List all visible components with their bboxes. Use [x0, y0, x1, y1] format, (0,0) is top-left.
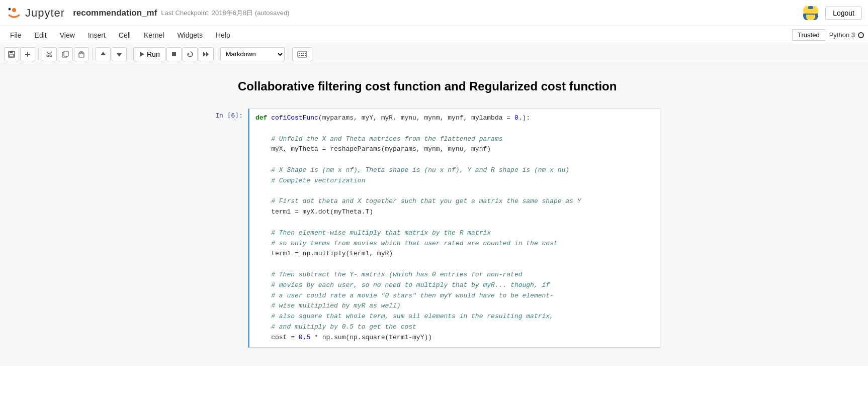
svg-rect-26: [299, 53, 300, 54]
svg-marker-20: [140, 52, 144, 57]
svg-point-9: [47, 55, 49, 57]
add-cell-button[interactable]: [20, 47, 35, 61]
menu-edit[interactable]: Edit: [29, 29, 53, 41]
menu-help[interactable]: Help: [210, 29, 236, 41]
kernel-status-indicator: [858, 32, 864, 38]
menubar: File Edit View Insert Cell Kernel Widget…: [0, 26, 868, 44]
checkpoint-info: Last Checkpoint: 2018年6月8日 (autosaved): [161, 9, 289, 18]
menubar-right: Trusted Python 3: [792, 29, 864, 41]
svg-marker-22: [188, 53, 190, 55]
svg-rect-14: [64, 51, 68, 56]
toolbar-separator-2: [92, 48, 93, 60]
svg-rect-30: [299, 55, 300, 56]
svg-marker-23: [203, 52, 206, 57]
paste-icon: [78, 51, 85, 58]
toolbar-separator-4: [217, 48, 217, 60]
code-content[interactable]: def cofiCostFunc(myparams, myY, myR, myn…: [255, 113, 654, 343]
keyboard-shortcuts-button[interactable]: [292, 47, 312, 61]
svg-rect-6: [10, 54, 14, 57]
move-down-button[interactable]: [112, 47, 127, 61]
kernel-name: Python 3: [829, 31, 855, 39]
code-cell[interactable]: In [6]: def cofiCostFunc(myparams, myY, …: [208, 109, 660, 348]
svg-rect-28: [303, 53, 304, 54]
svg-line-12: [49, 52, 52, 54]
jupyter-logo-icon: [6, 5, 22, 21]
svg-rect-5: [10, 51, 13, 53]
svg-marker-24: [206, 52, 209, 57]
trusted-button[interactable]: Trusted: [792, 29, 825, 41]
restart-icon: [187, 51, 194, 58]
copy-button[interactable]: [58, 47, 73, 61]
save-button[interactable]: [4, 47, 19, 61]
markdown-cell[interactable]: Collaborative filtering cost function an…: [208, 74, 660, 98]
save-icon: [8, 50, 16, 58]
scissors-icon: [46, 51, 53, 58]
topbar: Jupyter recommendation_mf Last Checkpoin…: [0, 0, 868, 26]
svg-point-2: [808, 7, 810, 9]
menu-file[interactable]: File: [4, 29, 28, 41]
cut-button[interactable]: [42, 47, 57, 61]
svg-rect-32: [301, 55, 304, 56]
notebook-content: Collaborative filtering cost function an…: [0, 64, 868, 366]
svg-rect-29: [305, 53, 306, 54]
restart-button[interactable]: [183, 47, 198, 61]
cell-input-area[interactable]: def cofiCostFunc(myparams, myY, myR, myn…: [248, 109, 660, 348]
stop-button[interactable]: [166, 47, 182, 61]
menu-kernel[interactable]: Kernel: [138, 29, 170, 41]
run-label: Run: [147, 50, 160, 58]
svg-point-3: [812, 17, 814, 19]
fast-forward-icon: [203, 51, 210, 57]
topbar-right: Logout: [802, 5, 862, 22]
toolbar-separator-5: [289, 48, 289, 60]
jupyter-brand-text: Jupyter: [25, 7, 65, 20]
svg-rect-25: [298, 51, 307, 57]
restart-run-button[interactable]: [199, 47, 214, 61]
arrow-down-icon: [116, 51, 122, 57]
svg-point-1: [9, 8, 11, 10]
svg-marker-18: [101, 52, 106, 55]
arrow-up-icon: [100, 51, 106, 57]
toolbar-separator-1: [38, 48, 39, 60]
notebook-heading: Collaborative filtering cost function an…: [238, 74, 630, 98]
menu-insert[interactable]: Insert: [82, 29, 112, 41]
logout-button[interactable]: Logout: [825, 7, 862, 20]
plus-icon: [24, 51, 31, 58]
menu-cell[interactable]: Cell: [113, 29, 137, 41]
paste-button[interactable]: [74, 47, 89, 61]
toolbar-separator-3: [130, 48, 130, 60]
svg-point-10: [50, 55, 52, 57]
svg-rect-17: [80, 51, 82, 53]
kernel-info: Python 3: [829, 31, 864, 39]
cell-prompt: In [6]:: [208, 109, 248, 119]
stop-icon: [171, 51, 177, 57]
run-button[interactable]: Run: [133, 47, 165, 61]
svg-rect-27: [301, 53, 302, 54]
run-icon: [139, 51, 145, 57]
logo-area: Jupyter: [6, 5, 65, 21]
svg-marker-19: [117, 53, 122, 57]
keyboard-icon: [297, 51, 307, 58]
svg-point-0: [12, 8, 16, 12]
svg-rect-31: [305, 55, 306, 56]
svg-rect-21: [172, 52, 176, 56]
python-logo-icon: [802, 5, 819, 22]
copy-icon: [62, 51, 69, 58]
toolbar: Run Code Markdown Raw NBConvert Heading: [0, 44, 868, 64]
cell-type-dropdown[interactable]: Code Markdown Raw NBConvert Heading: [220, 47, 285, 61]
move-up-button[interactable]: [96, 47, 111, 61]
notebook-title[interactable]: recommendation_mf: [73, 8, 157, 18]
menu-widgets[interactable]: Widgets: [171, 29, 209, 41]
menu-view[interactable]: View: [54, 29, 81, 41]
svg-line-11: [47, 52, 49, 54]
